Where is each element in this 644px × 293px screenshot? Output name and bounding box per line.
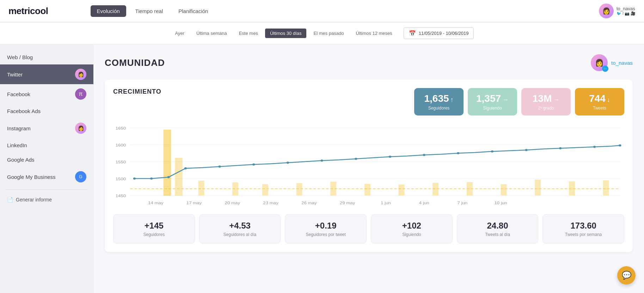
nav-tiempo-real[interactable]: Tiempo real (129, 5, 170, 17)
bottom-stat-siguiendo: +102 Siguiendo (371, 214, 453, 244)
svg-point-31 (252, 163, 255, 166)
svg-point-39 (525, 149, 527, 151)
svg-rect-24 (569, 181, 575, 195)
svg-text:20 may: 20 may (225, 201, 241, 205)
twitter-badge: 🐦 (602, 66, 608, 72)
sidebar: Web / Blog Twitter 👩 Facebook π Facebook… (0, 44, 93, 293)
arrow-up-icon (450, 93, 454, 104)
sidebar-item-google-ads[interactable]: Google Ads (0, 152, 93, 167)
svg-text:1500: 1500 (116, 177, 126, 181)
sidebar-item-facebook-ads[interactable]: Facebook Ads (0, 104, 93, 118)
bs-seg-tweet-label: Seguidores por tweet (289, 232, 362, 237)
svg-point-35 (389, 156, 391, 158)
svg-text:26 may: 26 may (301, 201, 317, 205)
2grado-label: 2º grado (529, 106, 563, 111)
svg-rect-22 (501, 184, 507, 195)
svg-point-42 (619, 144, 621, 146)
stat-card-tweets: 744 Tweets (575, 88, 624, 116)
username-label: to_navas (617, 6, 636, 11)
date-range-picker[interactable]: 📅 11/05/2019 - 10/06/2019 (404, 27, 474, 39)
filter-bar: Ayer Última semana Este mes Últimos 30 d… (0, 23, 644, 44)
main-content: COMUNIDAD 👩 🐦 to_navas CRECIMIENTO 1,635 (93, 44, 644, 293)
svg-rect-25 (603, 180, 609, 195)
sidebar-item-google-my-business[interactable]: Google My Business G (0, 167, 93, 187)
growth-header: CRECIMIENTO 1,635 Seguidores 1,357 (113, 88, 624, 116)
svg-rect-12 (175, 158, 183, 196)
svg-rect-15 (262, 184, 268, 195)
svg-text:4 jun: 4 jun (419, 201, 429, 205)
stat-card-2grado: 13M 2º grado (521, 88, 571, 116)
svg-point-41 (593, 146, 596, 148)
camera-icon: 🎥 (631, 11, 636, 16)
sidebar-item-web-blog[interactable]: Web / Blog (0, 50, 93, 64)
filter-ultimos-12[interactable]: Últimos 12 meses (351, 29, 397, 38)
profile-link[interactable]: 👩 🐦 to_navas (591, 54, 633, 71)
siguiendo-label: Siguiendo (476, 106, 509, 111)
svg-text:1550: 1550 (116, 160, 126, 164)
stat-card-seguidores: 1,635 Seguidores (414, 88, 464, 116)
bs-tweets-semana-value: 173.60 (547, 221, 620, 231)
bottom-stat-seguidores: +145 Seguidores (113, 214, 195, 244)
svg-text:17 may: 17 may (186, 201, 202, 205)
sidebar-item-facebook[interactable]: Facebook π (0, 84, 93, 104)
instagram-avatar: 👩 (75, 123, 86, 134)
svg-point-33 (320, 160, 323, 162)
bs-siguiendo-label: Siguiendo (375, 232, 448, 237)
bs-seguidores-label: Seguidores (118, 232, 190, 237)
logo: metricool (8, 6, 48, 17)
2grado-value: 13M (529, 93, 563, 104)
instagram-icon: 📷 (625, 11, 630, 16)
main-layout: Web / Blog Twitter 👩 Facebook π Facebook… (0, 44, 644, 293)
sidebar-item-instagram[interactable]: Instagram 👩 (0, 118, 93, 138)
svg-rect-23 (535, 180, 541, 195)
nav-planificacion[interactable]: Planificación (172, 5, 214, 17)
chat-fab[interactable]: 💬 (617, 266, 636, 285)
date-range-value: 11/05/2019 - 10/06/2019 (419, 31, 469, 36)
svg-point-37 (457, 152, 459, 154)
gmb-avatar: G (75, 171, 86, 182)
twitter-icon: 🐦 (617, 11, 621, 16)
svg-point-40 (559, 147, 562, 149)
svg-point-36 (423, 154, 425, 156)
seguidores-value: 1,635 (422, 93, 456, 104)
user-info-block: to_navas 🐦 f 📷 🎥 (617, 6, 636, 16)
filter-este-mes[interactable]: Este mes (234, 29, 263, 38)
tweets-value: 744 (583, 93, 617, 104)
svg-point-38 (491, 150, 493, 152)
svg-point-26 (133, 177, 136, 180)
sidebar-item-twitter[interactable]: Twitter 👩 (0, 64, 93, 84)
svg-text:10 jun: 10 jun (494, 201, 507, 205)
bottom-stat-seg-dia: +4.53 Seguidores al día (199, 214, 281, 244)
arrow-right-icon (502, 93, 509, 104)
bottom-stat-tweets-dia: 24.80 Tweets al día (457, 214, 539, 244)
stat-card-siguiendo: 1,357 Siguiendo (468, 88, 517, 116)
svg-point-28 (167, 176, 170, 178)
social-icons: 🐦 f 📷 🎥 (617, 11, 636, 16)
arrow-down-icon (607, 93, 610, 104)
siguiendo-value: 1,357 (476, 93, 509, 104)
profile-username: to_navas (611, 60, 633, 66)
stats-cards: 1,635 Seguidores 1,357 Siguiendo (414, 88, 624, 116)
svg-point-30 (218, 166, 221, 168)
sidebar-generate-report[interactable]: 📄 Generar informe (0, 193, 93, 207)
svg-rect-11 (164, 130, 171, 196)
bs-seg-tweet-value: +0.19 (289, 221, 362, 231)
filter-ultima-semana[interactable]: Última semana (191, 29, 232, 38)
svg-rect-16 (296, 183, 302, 195)
svg-text:29 may: 29 may (340, 201, 356, 205)
bs-seg-dia-value: +4.53 (204, 221, 276, 231)
report-icon: 📄 (7, 197, 13, 202)
arrow-right-2-icon (553, 93, 559, 104)
filter-mes-pasado[interactable]: El mes pasado (308, 29, 349, 38)
nav-evolucion[interactable]: Evolución (91, 5, 126, 17)
facebook-avatar: π (75, 88, 86, 100)
sidebar-item-linkedin[interactable]: LinkedIn (0, 138, 93, 152)
facebook-icon: f (622, 11, 624, 16)
svg-rect-13 (198, 181, 204, 195)
filter-ultimos-30[interactable]: Últimos 30 días (265, 29, 307, 38)
bottom-stats: +145 Seguidores +4.53 Seguidores al día … (113, 214, 624, 244)
bs-seguidores-value: +145 (118, 221, 190, 231)
filter-ayer[interactable]: Ayer (170, 29, 190, 38)
bs-tweets-dia-label: Tweets al día (461, 232, 534, 237)
svg-point-27 (150, 177, 153, 180)
